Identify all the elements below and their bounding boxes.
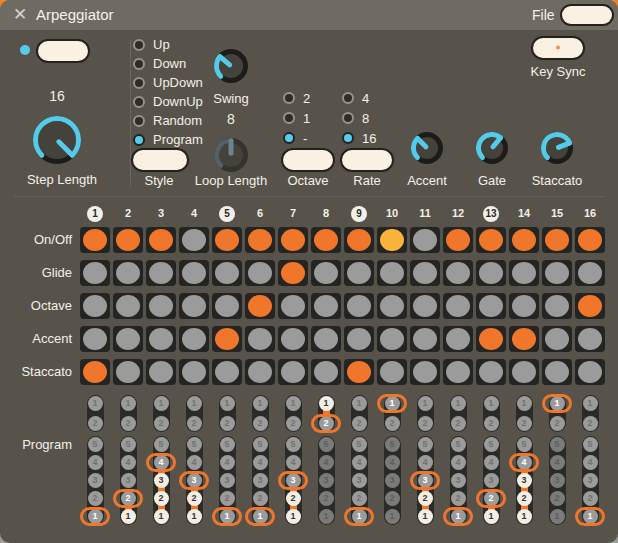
onoff-step-3[interactable] xyxy=(146,227,176,253)
program-7-bottom-1[interactable]: 1 xyxy=(286,509,301,524)
style-button[interactable] xyxy=(131,148,189,172)
program-13-bottom-5[interactable]: 5 xyxy=(484,437,499,452)
program-3-bottom-2[interactable]: 2 xyxy=(154,491,169,506)
octave-step-1[interactable] xyxy=(80,293,110,319)
program-15-bottom-1[interactable]: 1 xyxy=(550,509,565,524)
onoff-step-9[interactable] xyxy=(344,227,374,253)
glide-step-8[interactable] xyxy=(311,260,341,286)
program-5-top-1[interactable]: 1 xyxy=(220,396,235,411)
accent-step-2[interactable] xyxy=(113,326,143,352)
octave-step-11[interactable] xyxy=(410,293,440,319)
power-toggle[interactable] xyxy=(36,39,90,63)
program-1-bottom-5[interactable]: 5 xyxy=(88,437,103,452)
program-15-bottom-2[interactable]: 2 xyxy=(550,491,565,506)
program-7-top-2[interactable]: 2 xyxy=(286,416,301,431)
program-16-top-2[interactable]: 2 xyxy=(583,416,598,431)
octave-button[interactable] xyxy=(281,148,335,172)
program-2-top-1[interactable]: 1 xyxy=(121,396,136,411)
program-5-bottom-2[interactable]: 2 xyxy=(220,491,235,506)
program-8-bottom-1[interactable]: 1 xyxy=(319,509,334,524)
onoff-step-1[interactable] xyxy=(80,227,110,253)
glide-step-7[interactable] xyxy=(278,260,308,286)
accent-step-1[interactable] xyxy=(80,326,110,352)
glide-step-15[interactable] xyxy=(542,260,572,286)
program-6-bottom-2[interactable]: 2 xyxy=(253,491,268,506)
glide-step-2[interactable] xyxy=(113,260,143,286)
staccato-step-15[interactable] xyxy=(542,359,572,385)
program-15-bottom-4[interactable]: 4 xyxy=(550,455,565,470)
program-7-top-1[interactable]: 1 xyxy=(286,396,301,411)
staccato-step-10[interactable] xyxy=(377,359,407,385)
staccato-step-6[interactable] xyxy=(245,359,275,385)
accent-step-15[interactable] xyxy=(542,326,572,352)
program-10-bottom-1[interactable]: 1 xyxy=(385,509,400,524)
accent-step-11[interactable] xyxy=(410,326,440,352)
octave-step-4[interactable] xyxy=(179,293,209,319)
program-9-bottom-4[interactable]: 4 xyxy=(352,455,367,470)
octave-step-13[interactable] xyxy=(476,293,506,319)
accent-step-8[interactable] xyxy=(311,326,341,352)
rate-option-4[interactable]: 4 xyxy=(342,88,376,108)
program-14-top-2[interactable]: 2 xyxy=(517,416,532,431)
style-option-downup[interactable]: DownUp xyxy=(133,92,203,111)
program-2-bottom-3[interactable]: 3 xyxy=(121,473,136,488)
staccato-step-1[interactable] xyxy=(80,359,110,385)
accent-step-16[interactable] xyxy=(575,326,605,352)
program-16-bottom-5[interactable]: 5 xyxy=(583,437,598,452)
program-9-top-2[interactable]: 2 xyxy=(352,416,367,431)
program-4-top-2[interactable]: 2 xyxy=(187,416,202,431)
program-11-bottom-2[interactable]: 2 xyxy=(418,491,433,506)
octave-step-5[interactable] xyxy=(212,293,242,319)
glide-step-5[interactable] xyxy=(212,260,242,286)
program-6-bottom-5[interactable]: 5 xyxy=(253,437,268,452)
rate-option-8[interactable]: 8 xyxy=(342,108,376,128)
accent-knob[interactable] xyxy=(408,129,446,167)
octave-step-7[interactable] xyxy=(278,293,308,319)
onoff-step-5[interactable] xyxy=(212,227,242,253)
program-1-top-2[interactable]: 2 xyxy=(88,416,103,431)
key-sync-toggle[interactable] xyxy=(531,36,585,60)
octave-step-10[interactable] xyxy=(377,293,407,319)
accent-step-9[interactable] xyxy=(344,326,374,352)
octave-step-2[interactable] xyxy=(113,293,143,319)
gate-knob[interactable] xyxy=(473,129,511,167)
program-2-top-2[interactable]: 2 xyxy=(121,416,136,431)
program-8-top-1[interactable]: 1 xyxy=(319,396,334,411)
step-length-knob[interactable] xyxy=(30,113,84,167)
onoff-step-2[interactable] xyxy=(113,227,143,253)
program-10-bottom-5[interactable]: 5 xyxy=(385,437,400,452)
octave-step-12[interactable] xyxy=(443,293,473,319)
accent-step-13[interactable] xyxy=(476,326,506,352)
program-6-bottom-4[interactable]: 4 xyxy=(253,455,268,470)
program-7-bottom-4[interactable]: 4 xyxy=(286,455,301,470)
program-12-bottom-2[interactable]: 2 xyxy=(451,491,466,506)
octave-step-6[interactable] xyxy=(245,293,275,319)
staccato-step-4[interactable] xyxy=(179,359,209,385)
program-11-bottom-4[interactable]: 4 xyxy=(418,455,433,470)
glide-step-3[interactable] xyxy=(146,260,176,286)
program-14-top-1[interactable]: 1 xyxy=(517,396,532,411)
glide-step-11[interactable] xyxy=(410,260,440,286)
program-3-bottom-5[interactable]: 5 xyxy=(154,437,169,452)
program-1-top-1[interactable]: 1 xyxy=(88,396,103,411)
glide-step-10[interactable] xyxy=(377,260,407,286)
program-12-bottom-4[interactable]: 4 xyxy=(451,455,466,470)
program-13-top-2[interactable]: 2 xyxy=(484,416,499,431)
staccato-step-13[interactable] xyxy=(476,359,506,385)
program-16-bottom-4[interactable]: 4 xyxy=(583,455,598,470)
staccato-step-11[interactable] xyxy=(410,359,440,385)
program-10-top-2[interactable]: 2 xyxy=(385,416,400,431)
program-4-top-1[interactable]: 1 xyxy=(187,396,202,411)
staccato-step-5[interactable] xyxy=(212,359,242,385)
program-1-bottom-4[interactable]: 4 xyxy=(88,455,103,470)
staccato-step-7[interactable] xyxy=(278,359,308,385)
program-4-bottom-4[interactable]: 4 xyxy=(187,455,202,470)
program-9-top-1[interactable]: 1 xyxy=(352,396,367,411)
glide-step-6[interactable] xyxy=(245,260,275,286)
program-4-bottom-5[interactable]: 5 xyxy=(187,437,202,452)
file-button[interactable] xyxy=(560,4,614,26)
program-9-bottom-3[interactable]: 3 xyxy=(352,473,367,488)
onoff-step-12[interactable] xyxy=(443,227,473,253)
octave-option-2[interactable]: 2 xyxy=(283,88,310,108)
program-13-bottom-1[interactable]: 1 xyxy=(484,509,499,524)
